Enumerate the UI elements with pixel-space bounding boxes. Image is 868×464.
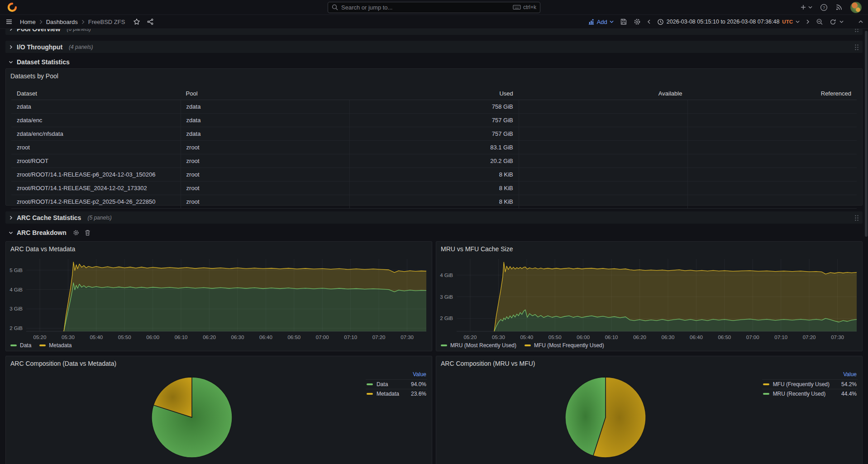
row-drag-handle[interactable]: [854, 29, 858, 32]
news-rss-icon[interactable]: [835, 4, 843, 11]
table-cell: zroot: [181, 141, 350, 154]
x-tick-label: 06:30: [662, 335, 675, 340]
table-row[interactable]: zroot/ROOT/14.1-RELEASE-p6_2024-12-03_15…: [11, 168, 857, 182]
panel-arc-composition-data-metadata[interactable]: ARC Composition (Data vs Metadata) Value…: [5, 356, 432, 464]
svg-text:?: ?: [823, 5, 825, 10]
table-row[interactable]: zrootzroot83.1 GiB: [11, 141, 857, 154]
chevron-down-icon: [9, 60, 13, 64]
row-settings-gear-icon[interactable]: [73, 230, 79, 236]
timeseries-plot: 05:2005:3005:4005:5006:0006:1006:2006:30…: [436, 242, 862, 351]
panel-mru-vs-mfu-cache-size[interactable]: MRU vs MFU Cache Size 05:2005:3005:4005:…: [436, 241, 863, 351]
panel-title[interactable]: MRU vs MFU Cache Size: [441, 245, 513, 253]
legend-item[interactable]: MFU (Most Frequently Used): [525, 342, 604, 349]
user-avatar[interactable]: [850, 2, 862, 13]
table-cell: [519, 182, 688, 195]
kiosk-collapse-button[interactable]: [858, 20, 863, 24]
chevron-down-icon: [9, 230, 13, 235]
row-panel-count: (4 panels): [69, 44, 93, 50]
table-cell: zdata/enc/nfsdata: [11, 127, 181, 140]
row-arc-cache-statistics[interactable]: ARC Cache Statistics (5 panels): [5, 211, 863, 224]
column-header[interactable]: Pool: [181, 87, 350, 100]
row-title[interactable]: Dataset Statistics: [17, 58, 70, 66]
add-panel-button[interactable]: Add: [588, 19, 614, 25]
row-title[interactable]: ARC Cache Statistics: [17, 214, 81, 221]
clock-icon: [657, 19, 664, 25]
legend-item[interactable]: Data: [10, 342, 31, 349]
star-dashboard-button[interactable]: [133, 18, 140, 25]
legend-item[interactable]: MRU (Most Recently Used): [441, 342, 516, 349]
search-icon: [332, 4, 338, 10]
time-range-forward-button[interactable]: [806, 19, 810, 24]
row-io-throughput[interactable]: I/O Throughput (4 panels): [5, 41, 863, 53]
table-cell: zroot: [181, 168, 350, 181]
legend-color-swatch: [10, 344, 17, 346]
row-title[interactable]: I/O Throughput: [17, 43, 62, 51]
table-row[interactable]: zdata/enczdata757 GiB: [11, 114, 857, 127]
help-icon[interactable]: ?: [820, 4, 828, 11]
chevron-right-icon: [9, 45, 13, 49]
row-arc-breakdown[interactable]: ARC Breakdown: [5, 228, 863, 238]
table-cell: [519, 100, 688, 113]
breadcrumb-item[interactable]: FreeBSD ZFS: [88, 19, 125, 25]
row-pool-overview[interactable]: Pool Overview (6 panels): [5, 29, 863, 35]
x-tick-label: 05:20: [464, 335, 477, 340]
time-range-back-button[interactable]: [647, 19, 651, 24]
dashboard-settings-button[interactable]: [634, 18, 641, 25]
mega-menu-toggle[interactable]: [5, 18, 13, 25]
panel-title[interactable]: ARC Composition (Data vs Metadata): [10, 360, 116, 367]
table-cell: [687, 127, 857, 140]
breadcrumb-separator-icon: [81, 19, 85, 24]
table-cell: 757 GiB: [349, 127, 519, 140]
table-cell: zdata/enc: [11, 114, 181, 127]
table-row[interactable]: zroot/ROOT/14.1-RELEASE_2024-12-02_17330…: [11, 182, 857, 195]
table-row[interactable]: zroot/ROOTzroot20.2 GiB: [11, 154, 857, 168]
column-header[interactable]: Used: [349, 87, 519, 100]
row-drag-handle[interactable]: [854, 215, 858, 221]
dashboard-toolbar: HomeDashboardsFreeBSD ZFS Add 2026-03-08…: [0, 15, 868, 29]
table-cell: 758 GiB: [349, 100, 519, 113]
panel-title[interactable]: ARC Composition (MRU vs MFU): [441, 360, 535, 367]
row-title[interactable]: ARC Breakdown: [17, 229, 67, 236]
refresh-button[interactable]: [830, 19, 844, 25]
panel-arc-composition-mru-mfu[interactable]: ARC Composition (MRU vs MFU) Value MFU (…: [436, 356, 863, 464]
x-tick-label: 07:00: [316, 335, 329, 340]
column-header[interactable]: Referenced: [687, 87, 857, 100]
table-cell: zroot: [181, 154, 350, 167]
save-dashboard-button[interactable]: [620, 18, 627, 25]
zoom-out-time-button[interactable]: [816, 18, 823, 25]
vertical-scrollbar[interactable]: [864, 29, 868, 464]
row-delete-trash-icon[interactable]: [85, 230, 91, 236]
legend-color-swatch: [525, 344, 531, 346]
breadcrumb-item[interactable]: Home: [20, 19, 36, 25]
x-tick-label: 06:00: [577, 335, 590, 340]
table-row[interactable]: zroot/ROOT/14.2-RELEASE-p2_2025-04-26_22…: [11, 195, 857, 209]
share-dashboard-button[interactable]: [147, 18, 154, 25]
new-button[interactable]: [800, 4, 812, 10]
x-tick-label: 05:30: [492, 335, 505, 340]
legend-item[interactable]: Metadata: [39, 342, 72, 349]
time-range-picker[interactable]: 2026-03-08 05:15:10 to 2026-03-08 07:36:…: [657, 19, 800, 25]
table-row[interactable]: zdatazdata758 GiB: [11, 100, 857, 114]
row-dataset-statistics[interactable]: Dataset Statistics: [5, 57, 863, 67]
x-tick-label: 07:10: [774, 335, 787, 340]
row-title[interactable]: Pool Overview: [17, 29, 60, 33]
row-drag-handle[interactable]: [854, 44, 858, 50]
panel-arc-data-vs-metadata[interactable]: ARC Data vs Metadata 05:2005:3005:4005:5…: [5, 241, 432, 351]
panel-title[interactable]: Datasets by Pool: [10, 72, 58, 80]
breadcrumb-item[interactable]: Dashboards: [46, 19, 78, 25]
table-cell: zroot: [11, 141, 181, 154]
column-header[interactable]: Dataset: [11, 87, 181, 100]
search-input[interactable]: Search or jump to... ctrl+k: [328, 2, 540, 13]
grafana-logo[interactable]: [6, 1, 18, 13]
pie-chart: [6, 356, 432, 464]
x-tick-label: 06:50: [287, 335, 300, 340]
panel-title[interactable]: ARC Data vs Metadata: [10, 245, 75, 253]
timezone-label: UTC: [782, 19, 793, 24]
table-cell: [687, 114, 857, 127]
x-tick-label: 06:50: [718, 335, 731, 340]
table-row[interactable]: zdata/enc/nfsdatazdata757 GiB: [11, 127, 857, 141]
column-header[interactable]: Available: [519, 87, 688, 100]
datasets-table: DatasetPoolUsedAvailableReferencedzdataz…: [11, 87, 857, 209]
top-nav: Search or jump to... ctrl+k ?: [0, 0, 868, 15]
scrollbar-thumb[interactable]: [865, 31, 868, 237]
